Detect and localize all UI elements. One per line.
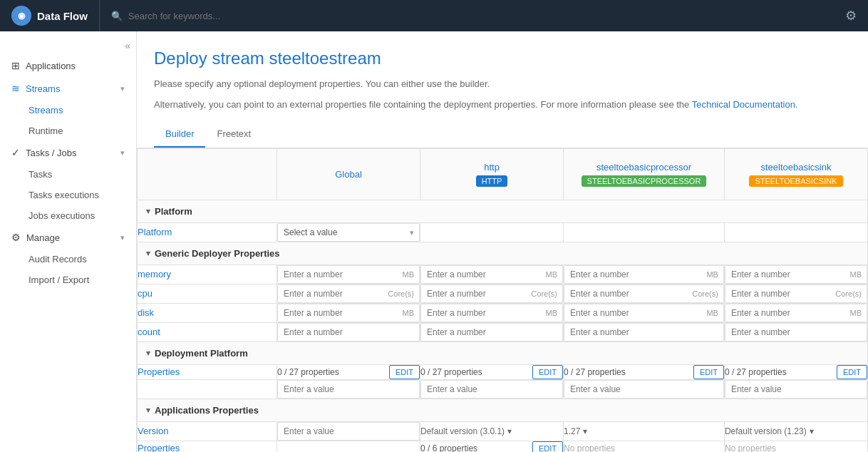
section-platform-header: ▾ Platform xyxy=(138,200,868,222)
cpu-http-input[interactable] xyxy=(420,284,563,303)
deployment-http-value-input[interactable] xyxy=(420,380,563,399)
page-title: Deploy stream steeltoestream xyxy=(154,48,851,68)
sidebar-sub-label: Runtime xyxy=(29,125,63,136)
sidebar-item-jobs-executions[interactable]: Jobs executions xyxy=(0,205,136,226)
section-appprops-header: ▾ Applications Properties xyxy=(138,399,868,421)
version-processor-select[interactable]: 1.27 ▾ xyxy=(564,426,724,436)
sidebar-item-tasks[interactable]: Tasks xyxy=(0,164,136,185)
memory-processor-input[interactable] xyxy=(564,265,724,284)
chevron-down-icon: ▾ xyxy=(146,207,150,216)
cpu-processor-input[interactable] xyxy=(564,284,724,303)
sidebar-item-streams-list[interactable]: Streams xyxy=(0,100,136,120)
deployment-sink-value-input[interactable] xyxy=(725,380,867,399)
cpu-sink-cell: Core(s) xyxy=(724,284,867,303)
sink-edit-button[interactable]: EDIT xyxy=(837,365,867,379)
chevron-down-icon: ▾ xyxy=(120,84,125,93)
main-content: Deploy stream steeltoestream Please spec… xyxy=(137,31,868,452)
sidebar-item-runtime[interactable]: Runtime xyxy=(0,120,136,141)
appprops-version-row: Version Default version (3.0.1) ▾ xyxy=(138,421,868,441)
deploy-content: Global http HTTP steeltoebasicprocessor xyxy=(137,148,868,452)
page-title-stream: steeltoestream xyxy=(269,48,381,68)
version-http-cell: Default version (3.0.1) ▾ xyxy=(420,421,564,441)
deployment-sink-value xyxy=(724,379,867,399)
http-appprops-edit-button[interactable]: EDIT xyxy=(532,441,563,452)
disk-sink-input[interactable] xyxy=(725,304,867,322)
section-appprops-title: Applications Properties xyxy=(155,405,259,416)
topbar: ◉ Data Flow 🔍 ⚙ xyxy=(0,0,868,31)
count-http-input[interactable] xyxy=(420,323,563,341)
disk-label: disk xyxy=(138,303,277,322)
sidebar-item-streams[interactable]: ≋ Streams ▾ xyxy=(0,77,136,100)
memory-global-cell: MB xyxy=(277,264,420,284)
sidebar-item-tasks-executions[interactable]: Tasks executions xyxy=(0,185,136,205)
tab-builder[interactable]: Builder xyxy=(154,121,205,148)
search-icon: 🔍 xyxy=(111,11,123,21)
disk-global-input[interactable] xyxy=(277,304,420,322)
memory-sink-input[interactable] xyxy=(725,265,867,284)
http-appprops-count: 0 / 6 properties xyxy=(420,443,528,452)
sidebar-item-import-export[interactable]: Import / Export xyxy=(0,269,136,290)
platform-select-cell: Select a value xyxy=(277,222,420,242)
disk-http-input[interactable] xyxy=(420,304,563,322)
disk-http-cell: MB xyxy=(420,303,564,322)
col-header-processor: steeltoebasicprocessor STEELTOEBASICPROC… xyxy=(564,148,725,200)
deployment-global-value-input[interactable] xyxy=(277,380,420,399)
memory-label: memory xyxy=(138,264,277,284)
deployment-processor-value-input[interactable] xyxy=(564,380,724,399)
chevron-down-icon: ▾ xyxy=(146,249,150,258)
appprops-processor-cell: No properties xyxy=(564,441,725,452)
table-row: cpu Core(s) Core(s) xyxy=(138,284,868,303)
col-processor-name: steeltoebasicprocessor xyxy=(581,162,707,173)
global-edit-button[interactable]: EDIT xyxy=(389,365,420,379)
memory-global-input[interactable] xyxy=(277,265,420,284)
cpu-sink-input[interactable] xyxy=(725,284,867,303)
streams-icon: ≋ xyxy=(11,83,20,94)
sidebar-item-tasks-jobs[interactable]: ✓ Tasks / Jobs ▾ xyxy=(0,141,136,164)
platform-sink-cell xyxy=(724,222,867,242)
col-sink-name: steeltoebasicsink xyxy=(742,162,850,173)
memory-http-cell: MB xyxy=(420,264,564,284)
platform-label: Platform xyxy=(138,222,277,242)
version-http-select[interactable]: Default version (3.0.1) ▾ xyxy=(420,426,563,436)
version-sink-select[interactable]: Default version (1.23) ▾ xyxy=(725,426,867,436)
version-sink-value: Default version (1.23) xyxy=(725,426,807,436)
gear-icon[interactable]: ⚙ xyxy=(845,8,857,24)
collapse-button[interactable]: « xyxy=(125,40,130,51)
topbar-search: 🔍 xyxy=(111,11,845,21)
count-sink-input[interactable] xyxy=(725,323,867,341)
memory-http-input[interactable] xyxy=(420,265,563,284)
disk-processor-input[interactable] xyxy=(564,304,724,322)
disk-sink-cell: MB xyxy=(724,303,867,322)
chevron-down-icon: ▾ xyxy=(120,233,125,242)
platform-row: Platform Select a value xyxy=(138,222,868,242)
sink-no-props: No properties xyxy=(725,440,776,452)
sidebar-item-audit-records[interactable]: Audit Records xyxy=(0,249,136,269)
page-desc-2: Alternatively, you can point to an exter… xyxy=(154,98,851,113)
global-props-count: 0 / 27 properties xyxy=(277,367,385,377)
count-processor-input[interactable] xyxy=(564,323,724,341)
tab-freetext[interactable]: Freetext xyxy=(205,121,262,148)
count-global-input[interactable] xyxy=(277,323,420,341)
sidebar: « ⊞ Applications ≋ Streams ▾ Streams Run… xyxy=(0,31,137,452)
layout: « ⊞ Applications ≋ Streams ▾ Streams Run… xyxy=(0,31,868,452)
cpu-global-input[interactable] xyxy=(277,284,420,303)
version-http-value: Default version (3.0.1) xyxy=(420,426,505,436)
deployment-processor-props: 0 / 27 properties EDIT xyxy=(564,364,725,379)
col-http-name: http xyxy=(438,162,546,173)
appprops-properties-label: Properties xyxy=(138,441,277,452)
search-input[interactable] xyxy=(128,11,271,21)
http-edit-button[interactable]: EDIT xyxy=(532,365,563,379)
sidebar-sub-label: Jobs executions xyxy=(29,210,95,221)
sidebar-collapse: « xyxy=(0,37,136,54)
appprops-http-cell: 0 / 6 properties EDIT xyxy=(420,441,564,452)
version-global-input[interactable] xyxy=(277,422,420,441)
count-label: count xyxy=(138,322,277,341)
sidebar-sub-label: Audit Records xyxy=(29,254,87,264)
platform-select[interactable]: Select a value xyxy=(277,223,420,242)
technical-doc-link[interactable]: Technical Documentation xyxy=(692,99,795,110)
col-http-badge: HTTP xyxy=(476,175,508,187)
version-processor-cell: 1.27 ▾ xyxy=(564,421,725,441)
processor-edit-button[interactable]: EDIT xyxy=(693,365,724,379)
sidebar-item-manage[interactable]: ⚙ Manage ▾ xyxy=(0,226,136,249)
sidebar-item-applications[interactable]: ⊞ Applications xyxy=(0,54,136,77)
